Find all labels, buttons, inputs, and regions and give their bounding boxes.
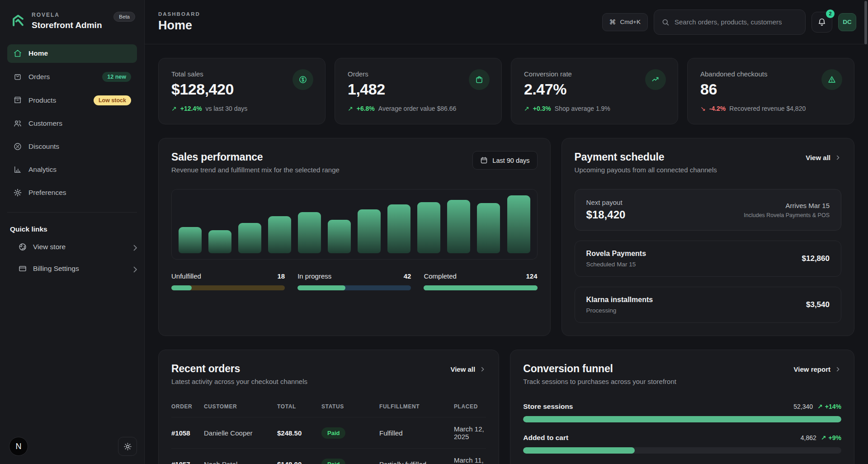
funnel-value: 52,340 [793, 403, 813, 410]
orders-header-row: ORDERCUSTOMERTOTALSTATUSFULFILLMENTPLACE… [171, 403, 486, 417]
funnel-view-report-link[interactable]: View report [794, 365, 841, 373]
order-id: #1057 [171, 460, 199, 464]
customers-icon [13, 119, 23, 128]
payment-schedule-subtitle: Upcoming payouts from all connected chan… [575, 166, 717, 174]
recent-orders-title: Recent orders [171, 363, 307, 375]
orders-bag-icon [13, 72, 23, 81]
next-payout-includes: Includes Rovela Payments & POS [744, 212, 830, 218]
payout-row[interactable]: Rovela Payments Scheduled Mar 15 $12,860 [575, 241, 841, 277]
sidebar-item-label: Products [28, 96, 56, 104]
home-icon [13, 49, 23, 58]
sales-bar [208, 230, 231, 253]
stat-value: 86 [700, 80, 841, 98]
sidebar-item-label: Preferences [28, 189, 66, 197]
sales-bar [268, 216, 291, 253]
fulfillment-legend: Unfulfilled 18 In progress 42 Completed … [171, 272, 538, 290]
sales-bar [298, 212, 321, 253]
stat-card-abandoned-checkouts: Abandoned checkouts 86 ↘ -4.2% Recovered… [687, 58, 854, 124]
order-placed-date: March 11, 2025 [454, 456, 486, 464]
top-bar: DASHBOARD Home ⌘ Cmd+K [145, 0, 868, 44]
order-fulfillment: Fulfilled [379, 429, 449, 437]
recent-orders-subtitle: Latest activity across your checkout cha… [171, 378, 307, 385]
sidebar-item-home[interactable]: Home [7, 44, 137, 63]
command-palette-button[interactable]: ⌘ Cmd+K [602, 13, 648, 31]
sidebar-item-orders[interactable]: Orders 12 new [7, 67, 137, 86]
trend-up-icon [645, 69, 666, 90]
brand-app-title: Storefront Admin [32, 20, 102, 31]
quick-link-billing-settings[interactable]: Billing Settings [0, 258, 144, 279]
user-avatar[interactable]: DC [838, 13, 856, 31]
funnel-rows: Store sessions 52,340 ↗+14% Added to car… [523, 402, 841, 464]
sidebar-item-discounts[interactable]: Discounts [7, 137, 137, 156]
calendar-icon [480, 156, 488, 164]
chevron-right-icon [835, 366, 841, 373]
stat-note: vs last 30 days [206, 105, 248, 112]
conversion-funnel-subtitle: Track sessions to purchases across your … [523, 378, 676, 385]
products-box-icon [13, 95, 23, 105]
stat-note: Shop average 1.9% [555, 105, 610, 112]
payments-view-all-link[interactable]: View all [806, 154, 841, 161]
legend-completed: Completed 124 [424, 272, 537, 290]
orders-column-header: PLACED [454, 403, 486, 410]
sidebar-item-label: Orders [28, 73, 50, 81]
sales-bar [238, 223, 261, 253]
global-search [654, 9, 806, 35]
order-row[interactable]: #1058 Danielle Cooper $248.50 Paid Fulfi… [171, 417, 486, 448]
sales-bar [358, 209, 381, 253]
trend-arrow-icon: ↗ [171, 105, 177, 112]
search-icon [661, 18, 670, 26]
stat-value: 1,482 [348, 80, 489, 98]
sidebar-item-customers[interactable]: Customers [7, 114, 137, 133]
date-range-button[interactable]: Last 90 days [472, 151, 537, 170]
warning-triangle-icon [821, 69, 842, 90]
quick-link-label: Billing Settings [33, 265, 79, 273]
app-root: ROVELA Storefront Admin Beta Home Orders… [0, 0, 868, 464]
payment-schedule-card: Payment schedule Upcoming payouts from a… [561, 138, 854, 336]
trend-arrow-icon: ↗ [821, 434, 826, 441]
sidebar: ROVELA Storefront Admin Beta Home Orders… [0, 0, 145, 464]
funnel-bar [523, 447, 841, 454]
next-payout-panel: Next payout $18,420 Arrives Mar 15 Inclu… [575, 189, 841, 231]
notifications-button[interactable]: 2 [811, 12, 832, 33]
sidebar-item-products[interactable]: Products Low stock [7, 91, 137, 110]
order-row[interactable]: #1057 Noah Patel $148.00 Paid Partially … [171, 448, 486, 464]
stat-delta: -4.2% [709, 105, 726, 112]
order-status-badge: Paid [321, 459, 345, 464]
analytics-icon [13, 165, 23, 175]
stat-value: $128,420 [171, 80, 312, 98]
quick-links-title: Quick links [0, 213, 144, 236]
notification-count-badge: 2 [826, 9, 835, 18]
payout-row[interactable]: Klarna installments Processing $3,540 [575, 287, 841, 323]
chevron-right-icon [479, 366, 486, 373]
sales-bar-chart [171, 189, 538, 260]
sidebar-item-preferences[interactable]: Preferences [7, 184, 137, 202]
stat-note: Average order value $86.66 [378, 105, 457, 112]
stat-value: 2.47% [524, 80, 665, 98]
next-payout-amount: $18,420 [586, 208, 626, 221]
sidebar-badge: 12 new [102, 72, 131, 82]
order-customer: Danielle Cooper [204, 429, 273, 437]
orders-column-header: ORDER [171, 403, 199, 410]
sidebar-item-analytics[interactable]: Analytics [7, 161, 137, 179]
payment-schedule-title: Payment schedule [575, 151, 717, 163]
command-key-icon: ⌘ [609, 18, 616, 26]
stat-note: Recovered revenue $4,820 [729, 105, 806, 112]
funnel-delta: ↗+14% [817, 403, 841, 410]
order-id: #1058 [171, 429, 199, 437]
orders-view-all-link[interactable]: View all [450, 365, 486, 373]
stat-label: Abandoned checkouts [700, 70, 841, 78]
funnel-row-store-sessions: Store sessions 52,340 ↗+14% [523, 402, 841, 422]
scrollbar-thumb[interactable] [864, 1, 867, 44]
theme-toggle-button[interactable] [118, 437, 137, 456]
sidebar-item-label: Discounts [28, 142, 59, 151]
workspace-avatar[interactable]: N [9, 437, 28, 456]
credit-card-icon [18, 264, 27, 273]
quick-link-view-store[interactable]: View store [0, 236, 144, 258]
stat-label: Total sales [171, 70, 312, 78]
dollar-circle-icon [292, 69, 313, 90]
brand: ROVELA Storefront Admin Beta [0, 0, 144, 44]
legend-value: 124 [526, 272, 538, 280]
search-input[interactable] [675, 18, 798, 26]
legend-label: Completed [424, 272, 457, 280]
funnel-label: Added to cart [523, 434, 568, 442]
